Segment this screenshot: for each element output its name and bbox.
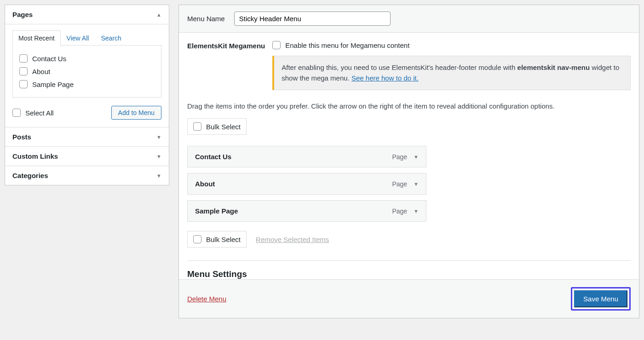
accordion-title: Categories [12,172,48,179]
chevron-down-icon: ▼ [156,173,161,179]
menu-item[interactable]: About Page ▼ [187,173,426,195]
menu-name-input[interactable] [234,12,391,26]
megamenu-notice: After enabling this, you need to use Ele… [272,56,631,90]
bulk-select-bottom[interactable]: Bulk Select [187,231,247,248]
accordion-title: Posts [12,133,31,141]
menu-item-type: Page [392,153,407,161]
bulk-select-label: Bulk Select [206,123,241,131]
bulk-select-checkbox[interactable] [193,122,201,131]
notice-text-bold: elementskit nav-menu [518,63,590,71]
page-item: Sample Page [19,78,155,91]
menu-item-title: Sample Page [195,207,238,215]
accordion-pages-header[interactable]: Pages ▲ [5,5,169,24]
page-item: Contact Us [19,52,155,65]
menu-item-title: About [195,180,215,188]
chevron-up-icon: ▲ [156,12,161,17]
chevron-down-icon[interactable]: ▼ [414,208,419,214]
bulk-select-top[interactable]: Bulk Select [187,118,247,135]
menu-item[interactable]: Sample Page Page ▼ [187,200,426,222]
save-menu-button[interactable]: Save Menu [574,290,627,307]
tab-most-recent[interactable]: Most Recent [12,30,61,46]
bulk-select-checkbox[interactable] [193,235,201,243]
page-item-label: Sample Page [32,81,74,88]
notice-link[interactable]: See here how to do it. [351,74,419,82]
menu-item-type: Page [392,207,407,215]
menu-item-type: Page [392,180,407,188]
accordion-categories-header[interactable]: Categories ▼ [5,166,169,185]
page-item-label: About [32,68,50,75]
accordion-title: Pages [12,11,33,18]
megamenu-label: ElementsKit Megamenu [187,41,265,50]
select-all-label: Select All [25,109,54,117]
notice-text-pre: After enabling this, you need to use Ele… [282,63,517,71]
remove-selected-link: Remove Selected Items [256,236,329,243]
accordion-posts-header[interactable]: Posts ▼ [5,127,169,146]
add-to-menu-button[interactable]: Add to Menu [111,106,161,120]
instructions-text: Drag the items into the order you prefer… [187,102,631,110]
chevron-down-icon: ▼ [156,154,161,159]
menu-item-title: Contact Us [195,153,231,161]
page-item: About [19,65,155,78]
bulk-select-label: Bulk Select [206,236,241,243]
chevron-down-icon[interactable]: ▼ [414,154,419,160]
tab-search[interactable]: Search [95,30,127,46]
megamenu-enable-text: Enable this menu for Megamenu content [285,41,409,49]
menu-name-label: Menu Name [187,15,225,23]
select-all-checkbox[interactable] [12,109,21,117]
checkbox[interactable] [19,54,28,63]
accordion-title: Custom Links [12,152,58,160]
checkbox[interactable] [19,67,28,75]
chevron-down-icon[interactable]: ▼ [414,181,419,187]
accordion-custom-links-header[interactable]: Custom Links ▼ [5,146,169,166]
megamenu-enable-checkbox[interactable] [272,41,281,49]
delete-menu-link[interactable]: Delete Menu [187,295,226,303]
chevron-down-icon: ▼ [156,134,161,140]
menu-item[interactable]: Contact Us Page ▼ [187,146,426,167]
page-item-label: Contact Us [32,55,66,63]
menu-settings-heading: Menu Settings [187,269,631,279]
checkbox[interactable] [19,80,28,88]
tab-view-all[interactable]: View All [61,30,95,46]
